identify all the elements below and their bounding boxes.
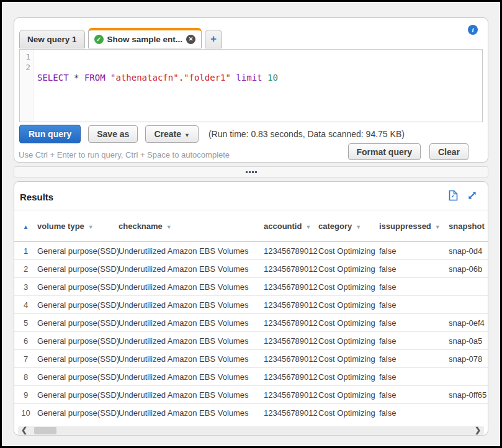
line-number: 2 (20, 62, 30, 73)
tab-label: New query 1 (27, 35, 77, 44)
tab-new-query-1[interactable]: New query 1 (19, 30, 85, 48)
table-row: 5General purpose(SSD)Underutilized Amazo… (14, 314, 488, 332)
table-row: 4General purpose(SSD)Underutilized Amazo… (14, 296, 488, 314)
info-icon[interactable]: i (468, 25, 478, 35)
table-cell: 123456789012 (264, 282, 318, 292)
close-icon[interactable]: ✕ (186, 35, 195, 44)
scroll-right-icon[interactable]: ❯ (473, 426, 483, 435)
sort-caret-icon: ▼ (435, 224, 441, 230)
column-header-accountid[interactable]: accountid▼ (264, 222, 318, 231)
table-cell: 123456789012 (264, 336, 318, 346)
expand-icon[interactable] (467, 190, 478, 201)
table-cell: snap-06b (441, 264, 488, 274)
sort-caret-icon: ▼ (356, 224, 361, 230)
table-cell: Cost Optimizing (318, 372, 379, 382)
table-cell: 5 (14, 318, 37, 328)
column-header-volume-type[interactable]: volume type▼ (37, 222, 119, 231)
table-cell: 4 (14, 300, 37, 310)
table-row: 1General purpose(SSD)Underutilized Amazo… (14, 242, 488, 260)
table-cell: Cost Optimizing (318, 390, 379, 400)
tab-show-sample[interactable]: ✓ Show sample ent... ✕ (88, 28, 202, 48)
plus-icon: + (210, 33, 217, 45)
column-header-snapshot[interactable]: snapshot▼ (441, 222, 488, 231)
table-cell: 3 (14, 282, 37, 292)
scrollbar-thumb[interactable] (34, 427, 56, 434)
table-cell: 9 (14, 390, 37, 400)
table-row: 8General purpose(SSD)Underutilized Amazo… (14, 368, 488, 386)
create-dropdown-button[interactable]: Create▼ (145, 125, 199, 143)
sql-token-string: "athenatacfn" (110, 73, 179, 83)
table-cell: false (379, 264, 441, 274)
table-cell: snap-0ff65 (441, 390, 488, 400)
clear-button[interactable]: Clear (429, 143, 468, 160)
panel-resize-handle[interactable] (14, 166, 488, 177)
sql-token-keyword: limit (236, 73, 262, 83)
new-tab-button[interactable]: + (205, 30, 222, 48)
table-cell: 6 (14, 336, 37, 346)
column-label: checkname (119, 222, 163, 231)
sort-caret-icon: ▼ (305, 224, 311, 230)
sort-caret-icon: ▼ (88, 224, 94, 230)
table-cell: 10 (14, 408, 37, 418)
table-cell: Cost Optimizing (318, 300, 379, 310)
table-cell: false (379, 336, 441, 346)
table-cell: false (379, 246, 441, 256)
sql-token-plain (262, 73, 267, 83)
run-stats: (Run time: 0.83 seconds, Data scanned: 9… (208, 129, 405, 139)
sql-token-keyword: SELECT (37, 73, 69, 83)
run-query-button[interactable]: Run query (19, 125, 81, 143)
sort-asc-icon: ▲ (23, 223, 29, 230)
table-cell: snap-0a5 (441, 336, 488, 346)
table-cell: false (379, 318, 441, 328)
table-cell: General purpose(SSD) (37, 246, 119, 256)
table-row: 10General purpose(SSD)Underutilized Amaz… (14, 404, 488, 421)
scroll-left-icon[interactable]: ❮ (19, 426, 29, 435)
sql-editor[interactable]: 12 SELECT * FROM "athenatacfn"."folder1"… (19, 49, 483, 122)
column-header-issuppressed[interactable]: issuppressed▼ (379, 222, 441, 231)
table-cell: false (379, 408, 441, 418)
line-number: 1 (20, 52, 30, 62)
table-cell: false (379, 372, 441, 382)
table-cell: Underutilized Amazon EBS Volumes (119, 246, 264, 256)
shortcut-hint: Use Ctrl + Enter to run query, Ctrl + Sp… (19, 150, 230, 159)
column-header-category[interactable]: category▼ (318, 222, 379, 231)
sql-token-plain: . (179, 73, 184, 83)
sql-code-area[interactable]: SELECT * FROM "athenatacfn"."folder1" li… (34, 50, 482, 122)
format-query-button[interactable]: Format query (348, 143, 421, 160)
table-cell: Underutilized Amazon EBS Volumes (119, 300, 264, 310)
table-cell: 123456789012 (264, 246, 318, 256)
table-cell: General purpose(SSD) (37, 264, 119, 274)
table-row: 3General purpose(SSD)Underutilized Amazo… (14, 278, 488, 296)
table-cell: Cost Optimizing (318, 408, 379, 418)
table-cell: 123456789012 (264, 318, 318, 328)
table-cell: snap-0ef4 (441, 318, 488, 328)
column-header-checkname[interactable]: checkname▼ (119, 222, 264, 231)
table-cell: 8 (14, 372, 37, 382)
table-cell: 123456789012 (264, 390, 318, 400)
drag-handle-icon (246, 171, 248, 173)
table-cell: General purpose(SSD) (37, 390, 119, 400)
table-cell: false (379, 300, 441, 310)
query-editor-panel: i New query 1 ✓ Show sample ent... ✕ + 1… (14, 17, 488, 163)
sort-column-header[interactable]: ▲ (14, 222, 37, 231)
save-as-button[interactable]: Save as (88, 125, 138, 143)
horizontal-scrollbar[interactable]: ❮ ❯ (18, 426, 484, 435)
check-icon: ✓ (94, 35, 104, 44)
download-file-icon[interactable] (449, 190, 458, 201)
table-cell: 7 (14, 354, 37, 364)
sql-token-plain (79, 73, 84, 83)
query-actions: Run query Save as Create▼ (Run time: 0.8… (19, 125, 405, 143)
sql-token-number: 10 (267, 73, 278, 83)
results-table-header: ▲volume type▼checkname▼accountid▼categor… (14, 211, 488, 242)
table-cell: 123456789012 (264, 408, 318, 418)
table-row: 7General purpose(SSD)Underutilized Amazo… (14, 350, 488, 368)
table-cell: General purpose(SSD) (37, 354, 119, 364)
table-cell: 123456789012 (264, 264, 318, 274)
column-label: accountid (264, 222, 302, 231)
table-cell: Underutilized Amazon EBS Volumes (119, 282, 264, 292)
table-cell: General purpose(SSD) (37, 408, 119, 418)
chevron-down-icon: ▼ (184, 132, 190, 138)
table-cell: Cost Optimizing (318, 246, 379, 256)
sql-token-string: "folder1" (184, 73, 231, 83)
line-number-gutter: 12 (20, 50, 34, 122)
